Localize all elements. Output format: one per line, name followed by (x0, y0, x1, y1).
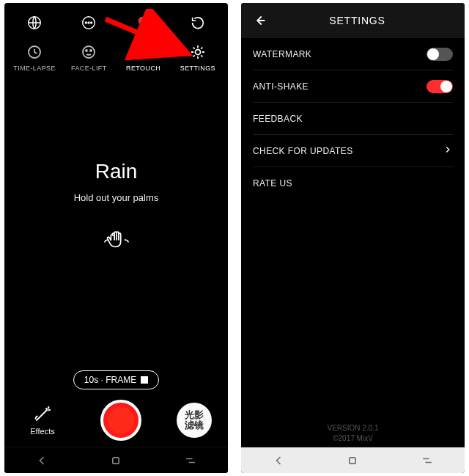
row-updates[interactable]: CHECK FOR UPDATES (253, 135, 453, 167)
effects-button[interactable]: Effects (21, 405, 64, 436)
settings-list: WATERMARK ANTI-SHAKE FEEDBACK CHECK FOR … (241, 38, 465, 423)
nav-home-icon[interactable] (107, 452, 125, 469)
effects-label: Effects (30, 427, 54, 436)
nav-recent-icon[interactable] (182, 452, 199, 469)
row-rate[interactable]: RATE US (253, 167, 453, 199)
android-navbar (241, 447, 465, 473)
tools-row: TIME-LAPSE FACE-LIFT RETOUCH SETTINGS (4, 40, 228, 72)
clock-icon (25, 43, 44, 62)
hand-wave-icon (103, 228, 130, 252)
row-watermark[interactable]: WATERMARK (253, 38, 453, 70)
globe-icon[interactable] (26, 14, 43, 32)
copyright-text: ©2017 MixV (241, 433, 465, 444)
toggle-antishake[interactable] (426, 80, 453, 93)
nav-home-icon[interactable] (344, 452, 361, 469)
nav-recent-icon[interactable] (418, 452, 436, 469)
record-button[interactable] (100, 400, 141, 441)
tool-timelapse[interactable]: TIME-LAPSE (9, 43, 60, 72)
wand-icon (33, 405, 52, 424)
badge-line2: 滤镜 (185, 420, 204, 431)
stop-square-icon (141, 376, 148, 384)
svg-point-9 (83, 46, 95, 58)
effect-info: Rain Hold out your palms (4, 72, 228, 370)
svg-point-14 (145, 50, 147, 51)
tool-settings[interactable]: SETTINGS (172, 43, 224, 72)
svg-point-7 (139, 20, 147, 28)
bottom-row: Effects 光影 滤镜 (4, 400, 228, 447)
svg-point-3 (88, 22, 89, 23)
row-label: FEEDBACK (253, 114, 303, 124)
svg-point-2 (86, 22, 87, 23)
effect-title: Rain (95, 160, 138, 183)
android-navbar (4, 447, 228, 473)
svg-point-13 (141, 50, 142, 51)
frame-label: 10s · FRAME (84, 375, 136, 385)
row-label: CHECK FOR UPDATES (253, 146, 353, 156)
rotate-icon[interactable] (189, 14, 207, 32)
row-antishake[interactable]: ANTI-SHAKE (253, 70, 453, 103)
version-text: VERSION 2.0.1 (241, 423, 465, 433)
tool-label: SETTINGS (180, 65, 215, 72)
tool-label: TIME-LAPSE (13, 65, 56, 72)
svg-rect-17 (113, 457, 119, 463)
row-label: WATERMARK (253, 49, 311, 59)
svg-point-4 (91, 22, 92, 23)
top-icon-row (4, 3, 228, 32)
row-label: RATE US (253, 178, 292, 188)
chevron-right-icon (443, 144, 453, 158)
settings-screen: SETTINGS WATERMARK ANTI-SHAKE FEEDBACK C… (241, 3, 465, 473)
more-icon[interactable] (80, 14, 97, 32)
face-icon (79, 43, 98, 62)
smile-icon (134, 43, 153, 62)
badge-line1: 光影 (185, 410, 204, 420)
effect-hint: Hold out your palms (74, 192, 159, 203)
nav-back-icon[interactable] (33, 452, 51, 469)
tool-label: FACE-LIFT (71, 65, 107, 72)
toggle-watermark[interactable] (426, 48, 453, 61)
footer-info: VERSION 2.0.1 ©2017 MixV (241, 423, 465, 447)
color-filter-icon[interactable] (135, 14, 152, 32)
svg-point-12 (138, 46, 149, 58)
nav-back-icon[interactable] (270, 452, 287, 469)
svg-rect-18 (350, 457, 355, 463)
svg-point-11 (90, 50, 92, 51)
row-feedback[interactable]: FEEDBACK (253, 103, 453, 135)
tool-label: RETOUCH (126, 65, 160, 72)
tool-facelift[interactable]: FACE-LIFT (63, 43, 114, 72)
svg-point-10 (86, 50, 87, 51)
row-label: ANTI-SHAKE (253, 81, 309, 92)
camera-screen: TIME-LAPSE FACE-LIFT RETOUCH SETTINGS Ra (4, 3, 228, 473)
frame-pill[interactable]: 10s · FRAME (73, 370, 159, 389)
settings-header: SETTINGS (241, 3, 465, 38)
filter-badge[interactable]: 光影 滤镜 (177, 403, 212, 438)
gear-icon (188, 43, 207, 62)
tool-retouch[interactable]: RETOUCH (118, 43, 169, 72)
svg-point-15 (195, 50, 200, 55)
settings-title: SETTINGS (260, 15, 454, 26)
